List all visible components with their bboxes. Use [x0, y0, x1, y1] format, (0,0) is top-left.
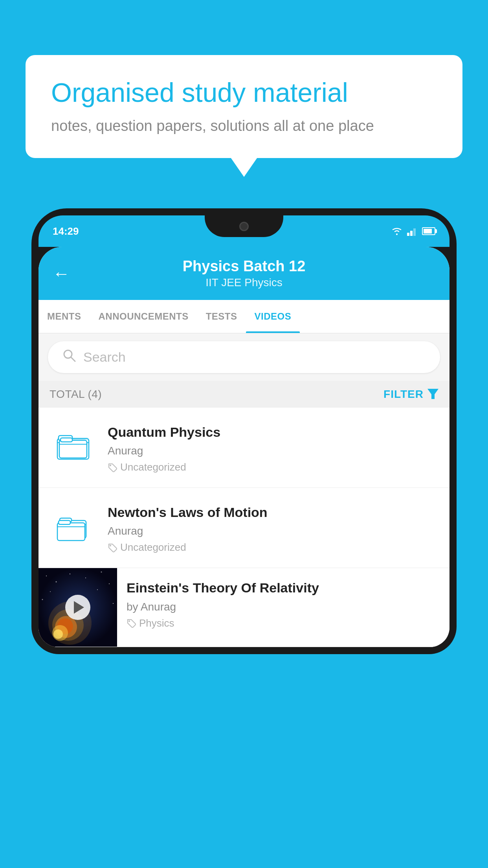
video-details: Einstein's Theory Of Relativity by Anura…	[117, 568, 449, 640]
video-tag: Uncategorized	[108, 461, 438, 473]
video-details: Newton's Laws of Motion Anurag Uncategor…	[108, 502, 438, 554]
video-title: Newton's Laws of Motion	[108, 504, 438, 521]
list-item[interactable]: Quantum Physics Anurag Uncategorized	[39, 408, 449, 488]
tag-label: Physics	[139, 617, 174, 629]
svg-point-0	[396, 234, 398, 235]
video-author: Anurag	[108, 525, 438, 537]
total-count: TOTAL (4)	[50, 388, 102, 401]
tag-icon	[127, 618, 136, 628]
video-title: Einstein's Theory Of Relativity	[127, 579, 438, 596]
video-thumbnail	[50, 502, 97, 549]
svg-point-27	[42, 599, 43, 600]
battery-icon	[422, 227, 435, 235]
speech-bubble-subtitle: notes, question papers, solutions all at…	[51, 118, 437, 134]
svg-marker-6	[427, 389, 438, 399]
video-details: Quantum Physics Anurag Uncategorized	[108, 422, 438, 473]
search-icon	[62, 348, 76, 366]
phone-screen: ← Physics Batch 12 IIT JEE Physics MENTS…	[39, 247, 449, 647]
status-time: 14:29	[53, 225, 79, 237]
play-icon	[74, 601, 84, 614]
play-button[interactable]	[65, 595, 90, 620]
search-input[interactable]: Search	[83, 349, 126, 365]
batch-subtitle: IIT JEE Physics	[183, 276, 306, 289]
video-tag: Uncategorized	[108, 541, 438, 554]
svg-rect-16	[59, 520, 70, 524]
svg-point-24	[109, 583, 110, 584]
header-title-group: Physics Batch 12 IIT JEE Physics	[183, 258, 306, 289]
svg-point-26	[97, 589, 98, 590]
tab-videos[interactable]: VIDEOS	[246, 300, 300, 333]
tag-icon	[108, 543, 117, 552]
svg-point-25	[50, 591, 51, 592]
status-icons	[391, 226, 435, 236]
video-author: Anurag	[108, 445, 438, 457]
notch	[205, 215, 283, 237]
svg-point-21	[70, 574, 70, 574]
svg-point-20	[56, 581, 57, 583]
search-container: Search	[39, 333, 449, 381]
svg-rect-2	[410, 231, 413, 236]
tab-ments[interactable]: MENTS	[39, 300, 90, 333]
video-title: Quantum Physics	[108, 423, 438, 441]
svg-line-5	[71, 357, 75, 361]
app-header: ← Physics Batch 12 IIT JEE Physics	[39, 247, 449, 300]
video-author: by Anurag	[127, 601, 438, 613]
folder-icon	[55, 508, 91, 543]
video-thumbnail-image	[39, 568, 117, 647]
svg-point-22	[85, 577, 86, 578]
svg-point-19	[46, 576, 47, 576]
folder-icon	[55, 428, 91, 463]
video-list: Quantum Physics Anurag Uncategorized	[39, 408, 449, 647]
svg-rect-1	[407, 233, 409, 236]
filter-bar: TOTAL (4) FILTER	[39, 381, 449, 408]
speech-bubble-title: Organised study material	[51, 77, 437, 109]
filter-icon	[427, 389, 438, 400]
svg-rect-10	[59, 440, 87, 458]
wifi-icon	[391, 226, 403, 236]
filter-label: FILTER	[383, 388, 424, 401]
tag-label: Uncategorized	[120, 461, 186, 473]
video-thumbnail	[50, 422, 97, 469]
svg-point-12	[110, 465, 111, 466]
tab-tests[interactable]: TESTS	[197, 300, 246, 333]
filter-button[interactable]: FILTER	[383, 388, 438, 401]
svg-rect-3	[413, 228, 416, 236]
status-bar: 14:29	[39, 215, 449, 247]
svg-point-23	[101, 572, 102, 573]
svg-rect-15	[57, 523, 85, 541]
search-box[interactable]: Search	[48, 341, 440, 373]
svg-rect-11	[61, 438, 72, 442]
svg-point-28	[113, 603, 114, 604]
phone-frame: 14:29	[31, 208, 457, 868]
list-item[interactable]: Newton's Laws of Motion Anurag Uncategor…	[39, 488, 449, 568]
svg-point-35	[128, 620, 130, 622]
speech-bubble: Organised study material notes, question…	[26, 55, 462, 158]
front-camera	[239, 222, 249, 231]
tag-label: Uncategorized	[120, 541, 186, 554]
tabs-bar: MENTS ANNOUNCEMENTS TESTS VIDEOS	[39, 300, 449, 333]
tag-icon	[108, 463, 117, 472]
signal-icon	[407, 226, 418, 236]
batch-title: Physics Batch 12	[183, 258, 306, 275]
video-tag: Physics	[127, 617, 438, 629]
svg-point-17	[110, 545, 111, 546]
tab-announcements[interactable]: ANNOUNCEMENTS	[90, 300, 197, 333]
list-item[interactable]: Einstein's Theory Of Relativity by Anura…	[39, 568, 449, 647]
svg-point-34	[53, 629, 63, 639]
back-button[interactable]: ←	[53, 265, 70, 282]
speech-bubble-section: Organised study material notes, question…	[26, 55, 462, 158]
